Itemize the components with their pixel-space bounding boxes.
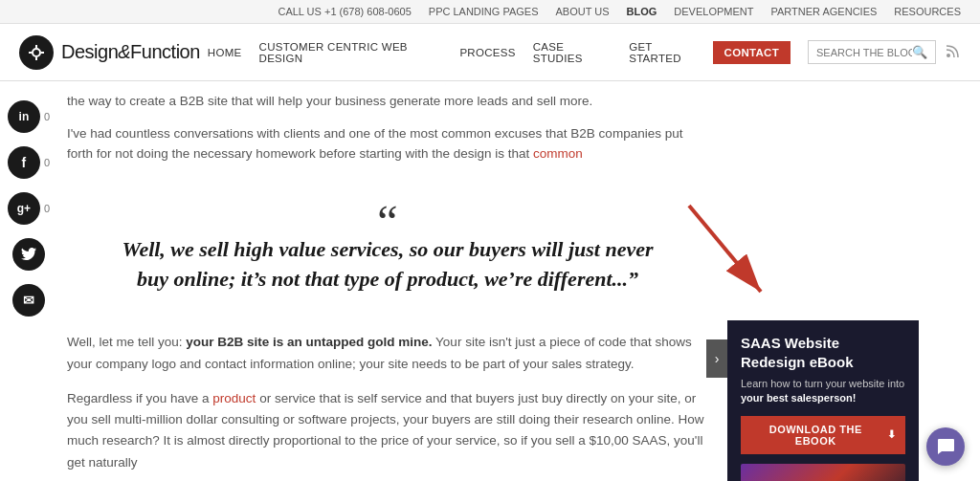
nav-customer[interactable]: CUSTOMER CENTRIC WEB DESIGN <box>252 37 451 68</box>
ebook-desc-bold: your best salesperson! <box>741 392 856 404</box>
main-content: the way to create a B2B site that will h… <box>57 81 727 481</box>
blog-link[interactable]: BLOG <box>627 6 657 17</box>
chat-bubble[interactable] <box>926 427 965 466</box>
para1-bold: your B2B site is an untapped gold mine. <box>186 335 432 349</box>
email-icon[interactable]: ✉ <box>12 284 45 317</box>
googleplus-icon[interactable]: g+ <box>8 192 40 225</box>
development-link[interactable]: DEVELOPMENT <box>674 6 753 17</box>
rss-icon[interactable] <box>946 43 961 62</box>
linkedin-icon[interactable]: in <box>8 100 40 133</box>
svg-point-5 <box>947 54 950 57</box>
download-ebook-button[interactable]: DOWNLOAD THE EBOOK ⬇ <box>741 416 905 454</box>
email-item[interactable]: ✉ <box>12 284 45 317</box>
ebook-tab[interactable]: › <box>706 339 727 378</box>
ebook-widget: › SAAS Website Redesign eBook Learn how … <box>727 320 919 481</box>
quote-block: “ Well, we sell high value services, so … <box>67 180 708 314</box>
ebook-title: SAAS Website Redesign eBook <box>741 334 905 371</box>
logo-icon <box>19 35 54 70</box>
facebook-item[interactable]: f 0 <box>8 146 50 179</box>
ppc-link[interactable]: PPC LANDING PAGES <box>429 6 539 17</box>
main-nav: Design&Function HOME CUSTOMER CENTRIC WE… <box>0 24 980 81</box>
social-sidebar: in 0 f 0 g+ 0 ✉ <box>0 81 57 481</box>
svg-point-0 <box>33 49 40 56</box>
excerpt-text: I've had countless conversations with cl… <box>67 123 708 164</box>
nav-get-started[interactable]: GET STARTED <box>621 37 710 68</box>
common-link[interactable]: common <box>533 146 583 161</box>
page-layout: in 0 f 0 g+ 0 ✉ the way to create a B2B … <box>0 81 980 481</box>
para2: Regardless if you have a product or serv… <box>67 388 708 473</box>
ebook-desc: Learn how to turn your website into your… <box>741 377 905 406</box>
nav-home[interactable]: HOME <box>200 43 250 62</box>
search-input[interactable] <box>816 47 912 58</box>
about-link[interactable]: ABOUT US <box>556 6 610 17</box>
nav-contact[interactable]: CONTACT <box>713 41 791 64</box>
twitter-item[interactable] <box>12 238 45 271</box>
googleplus-count: 0 <box>44 203 50 214</box>
content-top-text: the way to create a B2B site that will h… <box>67 91 708 112</box>
quote-text: Well, we sell high value services, so ou… <box>105 235 670 295</box>
logo[interactable]: Design&Function <box>19 35 200 70</box>
linkedin-item[interactable]: in 0 <box>8 100 50 133</box>
search-box[interactable]: 🔍 <box>808 40 936 64</box>
nav-case-studies[interactable]: CASE STUDIES <box>525 37 619 68</box>
partner-link[interactable]: PARTNER AGENCIES <box>770 6 877 17</box>
googleplus-item[interactable]: g+ 0 <box>8 192 50 225</box>
linkedin-count: 0 <box>44 111 50 122</box>
facebook-icon[interactable]: f <box>8 146 40 179</box>
ebook-book-image <box>741 464 905 481</box>
top-bar: CALL US +1 (678) 608-0605 PPC LANDING PA… <box>0 0 980 24</box>
logo-text: Design&Function <box>61 41 200 63</box>
right-sidebar: › SAAS Website Redesign eBook Learn how … <box>727 81 919 481</box>
search-icon[interactable]: 🔍 <box>912 45 927 59</box>
resources-link[interactable]: RESOURCES <box>894 6 961 17</box>
download-icon: ⬇ <box>887 428 897 441</box>
product-link[interactable]: product <box>212 391 256 405</box>
twitter-icon[interactable] <box>12 238 45 271</box>
para1: Well, let me tell you: your B2B site is … <box>67 332 708 375</box>
nav-process[interactable]: PROCESS <box>452 43 523 62</box>
nav-links: HOME CUSTOMER CENTRIC WEB DESIGN PROCESS… <box>200 37 791 68</box>
call-label: CALL US +1 (678) 608-0605 <box>278 6 411 17</box>
facebook-count: 0 <box>44 157 50 168</box>
